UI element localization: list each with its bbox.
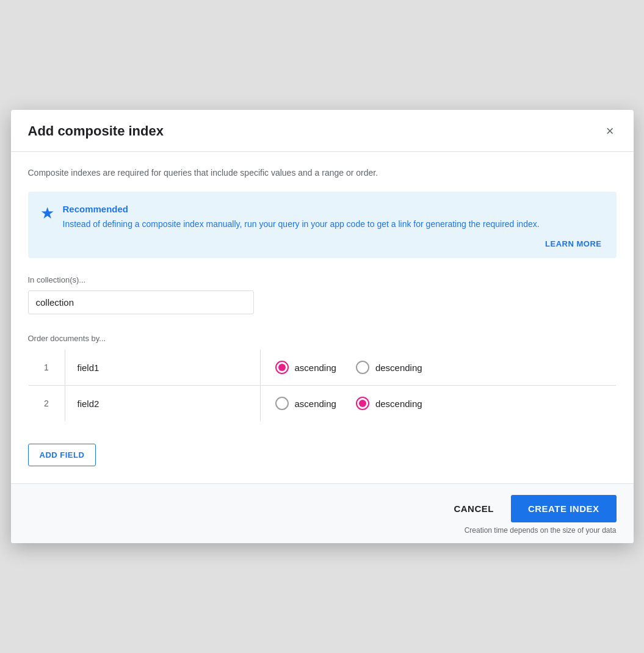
close-button[interactable]: × xyxy=(604,122,617,140)
rec-content: Recommended Instead of defining a compos… xyxy=(63,204,540,231)
order-section: Order documents by... 1 field1 ascending xyxy=(28,334,617,422)
rec-row: ★ Recommended Instead of defining a comp… xyxy=(40,204,602,231)
row-options: ascending descending xyxy=(261,350,616,385)
ascending-label: ascending xyxy=(295,399,336,409)
row-field: field1 xyxy=(65,350,260,386)
rec-title: Recommended xyxy=(63,204,540,214)
dialog-body: Composite indexes are required for queri… xyxy=(11,152,634,483)
learn-more-button[interactable]: LEARN MORE xyxy=(545,239,601,248)
descending-option-2[interactable]: descending xyxy=(356,397,422,410)
star-icon: ★ xyxy=(40,205,54,221)
collection-input[interactable] xyxy=(28,290,254,314)
ascending-label: ascending xyxy=(295,363,336,373)
footer-note: Creation time depends on the size of you… xyxy=(465,526,617,535)
ascending-radio-1[interactable] xyxy=(275,361,289,374)
ascending-option-2[interactable]: ascending xyxy=(275,397,336,410)
descending-radio-1[interactable] xyxy=(356,361,369,374)
cancel-button[interactable]: CANCEL xyxy=(439,495,508,522)
row-number: 1 xyxy=(28,350,65,386)
dialog-header: Add composite index × xyxy=(11,110,634,152)
collection-label: In collection(s)... xyxy=(28,275,617,284)
description-text: Composite indexes are required for queri… xyxy=(28,167,617,179)
ascending-option-1[interactable]: ascending xyxy=(275,361,336,374)
table-row: 2 field2 ascending descending xyxy=(28,386,616,422)
descending-radio-2[interactable] xyxy=(356,397,369,410)
dialog-title: Add composite index xyxy=(28,123,164,139)
create-index-button[interactable]: CREATE INDEX xyxy=(511,495,617,522)
order-section-label: Order documents by... xyxy=(28,334,617,343)
descending-option-1[interactable]: descending xyxy=(356,361,422,374)
row-field: field2 xyxy=(65,386,260,422)
ascending-radio-2[interactable] xyxy=(275,397,289,410)
add-field-button[interactable]: ADD FIELD xyxy=(28,444,96,466)
footer-buttons: CANCEL CREATE INDEX xyxy=(439,495,616,522)
row-number: 2 xyxy=(28,386,65,422)
rec-text: Instead of defining a composite index ma… xyxy=(63,218,540,231)
order-table: 1 field1 ascending descending xyxy=(28,349,617,422)
table-row: 1 field1 ascending descending xyxy=(28,350,616,386)
recommendation-box: ★ Recommended Instead of defining a comp… xyxy=(28,192,617,258)
descending-label: descending xyxy=(375,363,422,373)
dialog-footer: CANCEL CREATE INDEX Creation time depend… xyxy=(11,483,634,543)
row-options: ascending descending xyxy=(261,386,616,421)
learn-more-row: LEARN MORE xyxy=(40,239,602,248)
add-composite-index-dialog: Add composite index × Composite indexes … xyxy=(11,110,634,543)
descending-label: descending xyxy=(375,399,422,409)
